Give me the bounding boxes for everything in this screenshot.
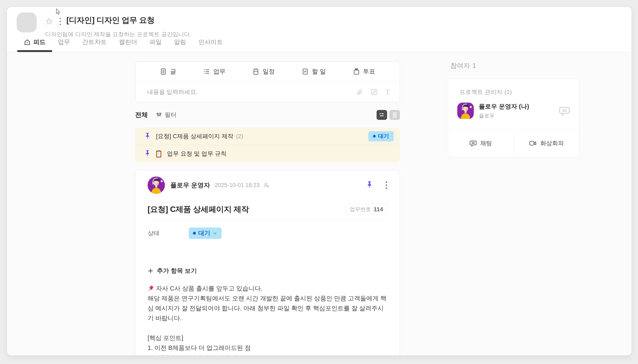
pin-icon xyxy=(145,132,150,140)
participants-title: 참여자1 xyxy=(448,61,579,70)
feed-toolbar: 전체 필터 xyxy=(135,110,400,120)
body-line: 해당 제품은 연구기획팀에서도 오랜 시간 개발한 끝에 출시된 상품인 만큼 … xyxy=(148,294,388,323)
plus-icon xyxy=(148,268,153,274)
tab-insights[interactable]: 인사이트 xyxy=(198,38,223,52)
status-dot xyxy=(373,135,376,138)
task-number-badge: 업무번호 114 xyxy=(345,204,388,215)
sliders-icon xyxy=(156,112,162,118)
list-view-icon xyxy=(392,112,398,118)
composer-tab-task[interactable]: 업무 xyxy=(203,68,225,76)
filter-all-label[interactable]: 전체 xyxy=(135,110,148,119)
post-composer: 글 업무 일정 할 일 xyxy=(135,61,400,102)
tab-feed[interactable]: 피드 xyxy=(24,38,46,52)
composer-type-tabs: 글 업무 일정 할 일 xyxy=(135,62,400,82)
participant-row[interactable]: 플로우 운영자 (나) 플로우 xyxy=(457,102,570,119)
body-line: [핵심 포인트] xyxy=(148,333,388,343)
project-avatar-placeholder[interactable] xyxy=(17,12,37,32)
tab-calendar[interactable]: 캘린더 xyxy=(119,38,137,52)
body-line: 2. 체험(테스트)단의 리뷰 및 후기 xyxy=(148,353,388,356)
post-timestamp: 2025-10-01 18:23 xyxy=(215,182,259,188)
pinned-post-title: [요청] C제품 상세페이지 제작 xyxy=(156,132,233,140)
participants-card: 프로젝트 관리자(1) 플로우 운영자 (나) 플로우 xyxy=(448,78,579,157)
chat-button[interactable]: 채팅 xyxy=(448,130,514,157)
check-square-icon xyxy=(302,68,309,75)
post-title: [요청] C제품 상세페이지 제작 xyxy=(148,204,249,215)
project-menu-dots-icon[interactable] xyxy=(60,18,61,25)
tab-tasks[interactable]: 업무 xyxy=(58,38,70,52)
pinned-post-row[interactable]: 업무 요청 및 업무 규칙 xyxy=(135,145,400,162)
project-title: [디자인] 디자인 업무 요청 xyxy=(66,15,155,26)
tab-label: 캘린더 xyxy=(119,38,137,46)
tab-label: 업무 xyxy=(58,38,70,46)
author-name[interactable]: 플로우 운영자 xyxy=(170,181,210,190)
project-tab-bar: 피드 업무 간트차트 캘린더 파일 알림 인사이트 xyxy=(24,38,223,52)
attachment-icon[interactable] xyxy=(356,89,363,96)
tab-gantt[interactable]: 간트차트 xyxy=(82,38,107,52)
post-body: 자사 C사 상품 출시를 앞두고 있습니다. 해당 제품은 연구기획팀에서도 오… xyxy=(148,284,388,356)
author-avatar[interactable] xyxy=(148,176,165,194)
unpin-icon[interactable] xyxy=(367,181,372,189)
member-name: 플로우 운영자 (나) xyxy=(479,102,529,111)
participants-card-actions: 채팅 화상회의 xyxy=(448,129,579,157)
composer-tab-vote[interactable]: 투표 xyxy=(353,68,375,76)
body-line: 자사 C사 상품 출시를 앞두고 있습니다. xyxy=(148,284,388,294)
tab-label: 피드 xyxy=(33,38,46,46)
pinned-post-title: 업무 요청 및 업무 규칙 xyxy=(167,150,227,158)
member-avatar xyxy=(457,102,474,119)
video-camera-icon xyxy=(529,140,537,147)
post-card: 플로우 운영자 2025-10-01 18:23 [요청] C제품 상세페이지 … xyxy=(135,170,400,356)
tab-label: 파일 xyxy=(149,38,162,46)
tab-notifications[interactable]: 알림 xyxy=(174,38,186,52)
tab-label: 인사이트 xyxy=(198,38,223,46)
app-window: [디자인] 디자인 업무 요청 디자인팀에 디자인 제작을 요청하는 프로젝트 … xyxy=(7,7,632,356)
participants-panel: 참여자1 프로젝트 관리자(1) 플로우 운영자 (나) 플로우 xyxy=(448,61,579,157)
pin-icon xyxy=(145,150,150,158)
show-more-fields-button[interactable]: 추가 항목 보기 xyxy=(148,267,388,275)
composer-placeholder: 내용을 입력하세요. xyxy=(147,88,356,96)
member-team: 플로우 xyxy=(479,112,529,119)
home-icon xyxy=(24,39,31,46)
shared-people-icon[interactable] xyxy=(263,182,269,188)
view-toggle-card-active[interactable] xyxy=(377,110,387,120)
content-area: 글 업무 일정 할 일 xyxy=(7,52,631,356)
post-header: 플로우 운영자 2025-10-01 18:23 xyxy=(148,170,388,194)
divider xyxy=(148,219,388,219)
card-view-icon xyxy=(379,112,385,118)
feed-column: 글 업무 일정 할 일 xyxy=(135,61,400,356)
body-line: 1. 이전 B제품보다 더 업그레이드된 점 xyxy=(148,343,388,353)
chat-bubble-icon xyxy=(470,140,477,147)
tab-label: 알림 xyxy=(174,38,186,46)
mouse-cursor xyxy=(55,8,61,15)
text-format-icon[interactable]: T xyxy=(385,88,390,96)
participants-count: 1 xyxy=(472,62,476,69)
red-pushpin-emoji xyxy=(148,285,154,292)
pinned-post-comment-count: (2) xyxy=(236,133,243,140)
view-toggle-list[interactable] xyxy=(389,110,400,120)
image-icon[interactable] xyxy=(371,88,378,96)
status-badge: 대기 xyxy=(368,131,394,141)
project-header: [디자인] 디자인 업무 요청 디자인팀에 디자인 제작을 요청하는 프로젝트 … xyxy=(7,7,631,52)
chevron-down-icon xyxy=(213,231,217,236)
status-field-label: 상태 xyxy=(148,229,189,237)
composer-input[interactable]: 내용을 입력하세요. T xyxy=(135,82,400,102)
favorite-star-icon[interactable] xyxy=(45,17,53,26)
clipboard-emoji xyxy=(155,150,162,158)
pinned-post-row[interactable]: [요청] C제품 상세페이지 제작 (2) 대기 xyxy=(135,128,400,145)
composer-tab-todo[interactable]: 할 일 xyxy=(302,68,326,76)
post-more-icon[interactable] xyxy=(385,181,388,189)
tab-files[interactable]: 파일 xyxy=(149,38,162,52)
calendar-icon xyxy=(252,68,259,75)
status-field: 상태 대기 xyxy=(148,228,388,239)
participant-group-label: 프로젝트 관리자(1) xyxy=(457,88,570,96)
status-dropdown[interactable]: 대기 xyxy=(189,228,222,239)
composer-tab-post[interactable]: 글 xyxy=(160,68,176,76)
document-icon xyxy=(160,68,167,75)
filter-button[interactable]: 필터 xyxy=(156,111,176,119)
video-meeting-button[interactable]: 화상회의 xyxy=(514,130,579,157)
status-dot xyxy=(193,232,196,235)
project-subtitle: 디자인팀에 디자인 제작을 요청하는 프로젝트 공간입니다. xyxy=(45,30,191,38)
member-chat-icon[interactable] xyxy=(559,105,570,116)
body-blank-line xyxy=(148,323,388,333)
composer-tab-schedule[interactable]: 일정 xyxy=(252,68,275,76)
task-list-icon xyxy=(203,68,210,75)
